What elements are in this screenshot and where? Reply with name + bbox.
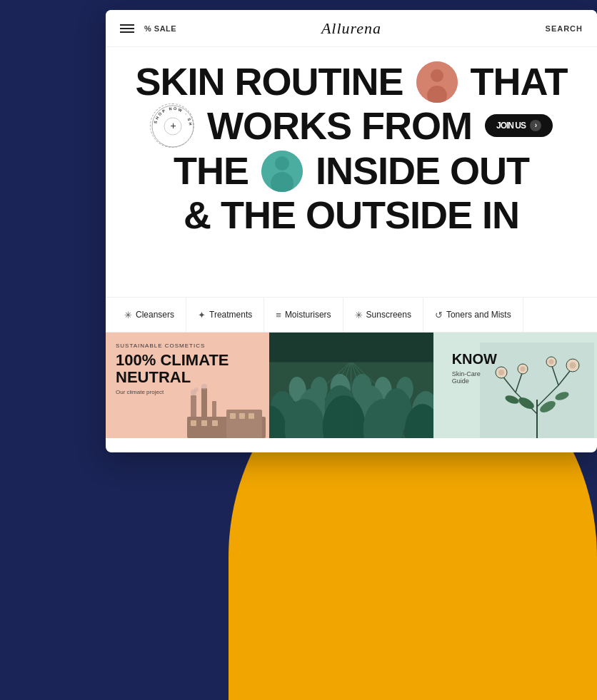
treatments-icon: ✦: [198, 310, 206, 320]
svg-point-8: [275, 156, 289, 171]
sale-label[interactable]: % SALE: [144, 24, 176, 33]
card-field[interactable]: [269, 333, 433, 438]
svg-point-14: [201, 384, 207, 390]
svg-point-1: [431, 69, 443, 82]
category-moisturisers[interactable]: ≡ Moisturisers: [264, 298, 343, 332]
moisturisers-label: Moisturisers: [285, 310, 331, 320]
svg-text:+: +: [170, 120, 176, 131]
category-toners[interactable]: ↺ Toners and Mists: [423, 298, 523, 332]
sunscreens-label: Sunscreens: [366, 310, 411, 320]
svg-rect-22: [201, 420, 207, 426]
hero-line3b: INSIDE OUT: [316, 149, 529, 192]
toners-label: Toners and Mists: [446, 310, 511, 320]
search-label[interactable]: SEARCH: [546, 24, 583, 33]
cleansers-label: Cleansers: [136, 310, 174, 320]
toners-icon: ↺: [435, 310, 443, 320]
category-nav: ✳ Cleansers ✦ Treatments ≡ Moisturisers …: [106, 297, 597, 333]
svg-rect-21: [191, 420, 196, 426]
svg-point-60: [498, 370, 504, 375]
hero-line1: SKIN ROUTINE: [135, 60, 413, 103]
field-illustration: [269, 333, 433, 438]
svg-point-62: [520, 367, 525, 372]
join-us-button[interactable]: JOIN US ›: [485, 114, 553, 137]
site-logo[interactable]: Allurena: [321, 19, 381, 38]
category-sunscreens[interactable]: ✳ Sunscreens: [343, 298, 423, 332]
svg-rect-20: [249, 413, 254, 419]
svg-rect-49: [269, 333, 433, 362]
category-treatments[interactable]: ✦ Treatments: [186, 298, 264, 332]
treatments-label: Treatments: [209, 310, 252, 320]
svg-rect-11: [201, 388, 207, 420]
moisturisers-icon: ≡: [276, 310, 281, 320]
cards-section: SUSTAINABLE COSMETICS 100% CLIMATENEUTRA…: [106, 333, 597, 438]
hero-line4: & THE OUTSIDE IN: [184, 193, 519, 236]
sunscreens-icon: ✳: [355, 310, 363, 320]
card1-tag: SUSTAINABLE COSMETICS: [116, 343, 259, 349]
hero-title: SKIN ROUTINE THAT SHOP NOW · SHOP NOW: [120, 61, 583, 235]
card3-content: Know Skin-CareGuide: [452, 351, 497, 385]
svg-rect-19: [239, 413, 245, 419]
card-climate-neutral[interactable]: SUSTAINABLE COSMETICS 100% CLIMATENEUTRA…: [106, 333, 269, 438]
svg-point-66: [548, 360, 553, 365]
svg-rect-10: [191, 395, 196, 420]
card3-subtitle: Skin-CareGuide: [452, 370, 497, 385]
hamburger-menu-icon[interactable]: [120, 24, 134, 33]
svg-point-64: [569, 362, 576, 369]
category-cleansers[interactable]: ✳ Cleansers: [113, 298, 186, 332]
nav-left: % SALE: [120, 24, 176, 33]
join-us-arrow-icon: ›: [530, 120, 541, 131]
card3-title: Know: [452, 351, 497, 367]
shop-now-badge[interactable]: SHOP NOW · SHOP NOW +: [150, 103, 194, 148]
cleansers-icon: ✳: [124, 310, 132, 320]
card-know-guide[interactable]: Know Skin-CareGuide: [433, 333, 597, 438]
hero-section: SKIN ROUTINE THAT SHOP NOW · SHOP NOW: [106, 47, 597, 297]
svg-rect-23: [212, 420, 218, 426]
svg-point-15: [194, 387, 199, 392]
svg-rect-18: [230, 413, 236, 419]
hero-badge-person1: [416, 61, 458, 103]
hero-line1b: THAT: [471, 60, 568, 103]
hero-badge-person2: [261, 151, 303, 192]
hero-line3a: THE: [174, 149, 259, 192]
browser-window: % SALE Allurena SEARCH SKIN ROUTINE THAT: [106, 10, 597, 452]
join-us-label: JOIN US: [496, 121, 526, 131]
factory-illustration: [184, 381, 269, 438]
hero-line2: WORKS FROM: [207, 104, 482, 147]
navigation-bar: % SALE Allurena SEARCH: [106, 10, 597, 47]
